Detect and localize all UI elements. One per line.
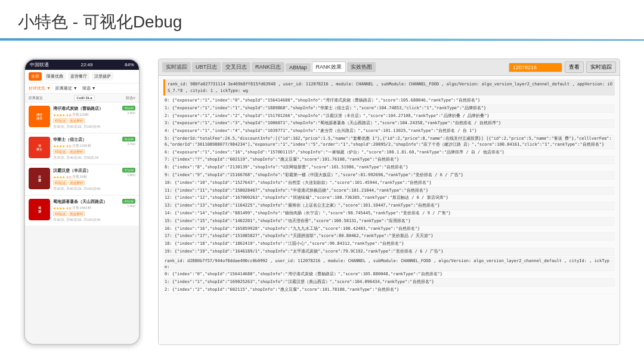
page-title: 小特色 - 可视化Debug <box>18 11 182 33</box>
shop-logo-2: 华莱士 <box>29 137 50 158</box>
shop-info-4: 蜀地源著薯条（天山西路店） ★★★★4.6月售3582杯 ¥20起送 配送费¥3… <box>53 199 119 223</box>
shop-tags-2: ¥20起送 配送费¥0 <box>53 149 119 154</box>
debug-rows-container: 0: {"exposure":"1","index":"0","shopId":… <box>163 97 615 294</box>
debug-row: 4: {"exposure":"1","index":"4","shopId":… <box>163 128 615 136</box>
debug-search-area: 查看 实时追踪 <box>509 61 616 73</box>
debug-tab-rank-effect[interactable]: RANK效果 <box>312 61 346 73</box>
carrier-label: 中国联通 <box>30 61 49 68</box>
page-header: 小特色 - 可视化Debug <box>0 0 644 41</box>
phone-mockup: 中国联通 22:49 84% 全部 限量优惠 直营餐厅 汉堡披萨 好评优先 ▼ … <box>24 59 140 345</box>
filter-good-review[interactable]: 好评优先 ▼ <box>29 85 51 91</box>
shop-tag: ¥20起送 <box>53 180 67 185</box>
shop-price-2: 41分钟 3.7km <box>122 137 135 146</box>
debug-row: 8: {"index":"8","shopId":"2130139","shop… <box>163 164 615 172</box>
debug-tab-cross[interactable]: 交叉日志 <box>222 62 250 72</box>
shop-tag: ¥20起送 <box>53 149 67 154</box>
time-badge-2: 41分钟 <box>122 137 135 141</box>
phone-status-bar: 中国联通 22:49 84% <box>25 60 139 70</box>
filter-distance[interactable]: 距离最近 ▼ <box>55 85 78 91</box>
filter-screen[interactable]: 筛选 ▼ <box>82 85 96 91</box>
shop-tag: 配送费¥0 <box>69 149 85 154</box>
shop-info-2: 华莱士（佰士店） ★★★★4.5月售1035杯 ¥20起送 配送费¥0 月25次… <box>53 137 119 161</box>
distance-4: 1.4km <box>127 204 135 208</box>
shop-tags-4: ¥20起送 配送费¥3 <box>53 211 119 216</box>
shop-logo-3: 汉霸 <box>29 168 50 189</box>
shop-delivery-3: 月30次, 月60次33, 月100次46 <box>53 186 119 192</box>
shop-tags-3: ¥20起送 配送费¥3 <box>53 180 119 185</box>
nav-tab-all[interactable]: 全部 <box>29 72 42 81</box>
debug-row: 3: {"exposure":"1","index":"3","shopId":… <box>163 120 615 128</box>
shop-tags-1: ¥20起送 配送费¥0 <box>53 118 119 123</box>
debug-tab-rank-log[interactable]: RANK日志 <box>252 62 284 72</box>
nav-tab-direct[interactable]: 直营餐厅 <box>68 72 89 81</box>
debug-row: 15: {"index":"15","shopId":"1462201","sh… <box>163 218 615 226</box>
shop-price-3: 37分钟 2.6km <box>122 168 135 177</box>
shop-name-2: 华莱士（佰士店） <box>53 137 119 143</box>
shop-tag: ¥20起送 <box>53 118 67 123</box>
debug-row: 0: {"exposure":"1","index":"0","shopId":… <box>163 97 615 105</box>
debug-row: 10: {"index":"10","shopId":"1527643","sh… <box>163 180 615 187</box>
main-content: 中国联通 22:49 84% 全部 限量优惠 直营餐厅 汉堡披萨 好评优先 ▼ … <box>0 41 644 362</box>
debug-row: 12: {"index":"12","shopId":"167000263","… <box>163 195 615 202</box>
shop-name-1: 湾仔港式炭烧（曹杨路店） <box>53 106 119 112</box>
time-badge-3: 37分钟 <box>122 168 135 173</box>
debug-row: 14: {"index":"14","shopId":"881499","sho… <box>163 210 615 218</box>
debug-content: rank_id: 980fa027731114 3e469b8ff815fd63… <box>159 76 620 344</box>
debug-view-button[interactable]: 查看 <box>565 61 584 73</box>
debug-realtime-button[interactable]: 实时追踪 <box>586 61 616 73</box>
shop-tag: 配送费¥3 <box>69 180 85 185</box>
debug-header-row-1: rank_id: 980fa027731114 3e469b8ff815fd63… <box>163 79 615 96</box>
sort-bar: 距离最近 ColD DLa 筛选V <box>25 94 139 103</box>
nav-tab-burger[interactable]: 汉堡披萨 <box>92 72 113 81</box>
battery-label: 84% <box>125 62 134 67</box>
nav-tab-limited[interactable]: 限量优惠 <box>44 72 66 81</box>
sort-button[interactable]: ColD DLa <box>74 95 94 101</box>
shop-tag: 配送费¥0 <box>69 118 85 123</box>
debug-panel: 实时追踪 UBT日志 交叉日志 RANK日志 ABMap RANK效果 实效热图… <box>158 59 620 345</box>
time-label: 22:49 <box>80 62 92 67</box>
debug-row: 11: {"index":"11","shopId":"158028467","… <box>163 187 615 195</box>
shop-rating-4: ★★★★4.6月售3582杯 <box>53 205 119 211</box>
debug-tab-heatmap[interactable]: 实效热图 <box>347 62 376 72</box>
phone-nav-bar[interactable]: 全部 限量优惠 直营餐厅 汉堡披萨 <box>25 70 139 84</box>
shop-tag: ¥20起送 <box>53 211 67 216</box>
debug-row: 1: {"index":"1","shopId":"169025263","sh… <box>163 279 615 287</box>
shop-rating-2: ★★★★4.5月售1035杯 <box>53 143 119 149</box>
distance-3: 2.6km <box>127 173 135 177</box>
debug-tab-ubt[interactable]: UBT日志 <box>192 62 221 72</box>
shop-logo-1: 湾仔港式 <box>29 106 50 127</box>
shop-delivery-2: 月25次, 月40次20, 月55次28 <box>53 155 119 161</box>
shop-price-1: 35分钟 2.9km <box>122 106 135 115</box>
shop-price-4: 43分钟 1.4km <box>122 199 135 208</box>
list-item[interactable]: 华莱士 华莱士（佰士店） ★★★★4.5月售1035杯 ¥20起送 配送费¥0 … <box>25 134 139 164</box>
debug-search-input[interactable] <box>509 63 562 72</box>
debug-row: 5: {"orderId:"totalFee":24.5,"discountIn… <box>163 136 615 149</box>
debug-row: 0: {"index":"0","shopId":"156414680","sh… <box>163 271 615 279</box>
debug-tab-abmap[interactable]: ABMap <box>286 63 311 72</box>
shop-tag: 配送费¥3 <box>69 211 85 216</box>
debug-row: rank_id: d2880b7f57/944of8ddae490cc0b099… <box>163 258 615 272</box>
shop-name-4: 蜀地源著薯条（天山西路店） <box>53 199 119 205</box>
shop-delivery-1: 月30次, 月60次33, 月100次45 <box>53 124 119 130</box>
shop-rating-1: ★★★★4.6月售325杯 <box>53 112 119 118</box>
debug-row: 1: {"exposure":"1","index":"1","shopId":… <box>163 105 615 113</box>
debug-row: 18: {"index":"18","shopId":"1862419","sh… <box>163 241 615 248</box>
list-item[interactable]: 汉霸 汉霸汉堡（丰庄店） ★★★★4.5月售35杯 ¥20起送 配送费¥3 月3… <box>25 165 139 195</box>
list-item[interactable]: 湾仔港式 湾仔港式炭烧（曹杨路店） ★★★★4.6月售325杯 ¥20起送 配送… <box>25 103 139 133</box>
debug-tab-realtime[interactable]: 实时追踪 <box>162 62 191 72</box>
distance-2: 3.7km <box>127 142 135 146</box>
debug-row: 2: {"exposure":"1","index":"2","shopId":… <box>163 113 615 121</box>
debug-row: 16: {"index":"16","shopId":"165859928","… <box>163 226 615 233</box>
time-badge-4: 43分钟 <box>122 199 135 204</box>
shop-name-3: 汉霸汉堡（丰庄店） <box>53 168 119 174</box>
shop-logo-4: 蜀源 <box>29 199 50 220</box>
list-item[interactable]: 蜀源 蜀地源著薯条（天山西路店） ★★★★4.6月售3582杯 ¥20起送 配送… <box>25 196 139 226</box>
phone-filter-bar: 好评优先 ▼ 距离最近 ▼ 筛选 ▼ <box>25 84 139 94</box>
debug-row: 13: {"index":"13","shopId":"1164225","sh… <box>163 202 615 210</box>
time-badge-1: 35分钟 <box>122 106 135 110</box>
debug-row: 6: {"exposure":"1","index":"16","shopId"… <box>163 149 615 157</box>
debug-row: 19: {"index":"19","shopId":"1646189/1","… <box>163 248 615 256</box>
debug-row: 2: {"index":"2","shopId":"602115","shopI… <box>163 287 615 294</box>
header-accent-line <box>0 38 644 39</box>
phone-shop-list: 湾仔港式 湾仔港式炭烧（曹杨路店） ★★★★4.6月售325杯 ¥20起送 配送… <box>25 103 139 344</box>
